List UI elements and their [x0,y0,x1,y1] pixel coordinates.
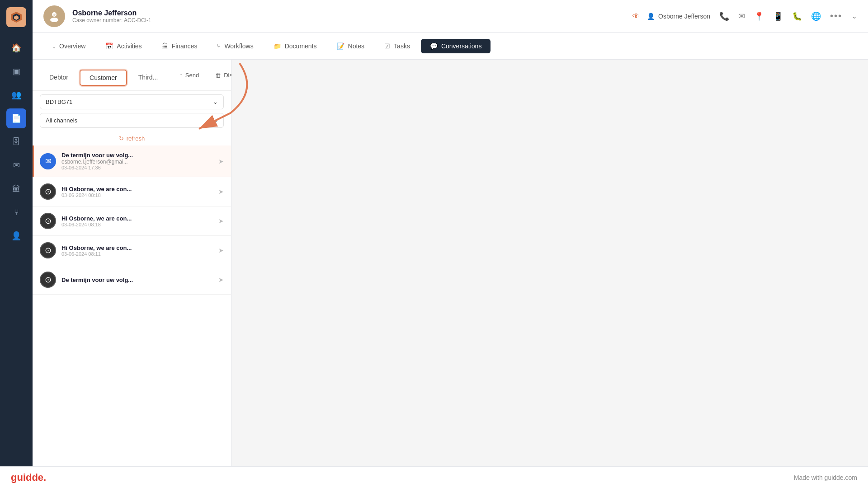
header-name: Osborne Jefferson [72,9,622,17]
eye-icon[interactable]: 👁 [632,12,640,20]
message-body: Hi Osborne, we are con... 03-06-2024 08:… [61,244,213,257]
header-actions: 👤 Osborne Jefferson 📞 ✉ 📍 📱 🐛 🌐 ••• ⌄ [647,11,857,21]
message-item[interactable]: ⊙ De termijn voor uw volg... ➤ [33,265,231,295]
message-list: ✉ De termijn voor uw volg... osborne.l.j… [33,145,231,466]
email-icon[interactable]: ✉ [738,11,745,21]
svg-point-4 [50,18,58,22]
tasks-icon: ☑ [384,42,390,50]
brand-logo: guidde. [11,472,46,483]
dropdowns: BDTBG71 ⌄ All channels ⌄ [33,91,231,131]
sidebar-item-inbox[interactable]: ▣ [6,61,26,81]
sidebar-item-mail[interactable]: ✉ [6,155,26,175]
bank-icon: 🏛 [162,42,168,50]
tab-finances[interactable]: 🏛 Finances [153,39,207,53]
tab-notes[interactable]: 📝 Notes [328,39,374,53]
send-arrow-icon: ➤ [218,217,224,225]
globe-icon[interactable]: 🌐 [811,11,821,21]
message-body: Hi Osborne, we are con... 03-06-2024 08:… [61,215,213,227]
sidebar-item-users[interactable]: 👥 [6,85,26,105]
header-user-name: Osborne Jefferson [658,13,710,20]
footer: guidde. Made with guidde.com [0,466,868,488]
header-action-icons: 📞 ✉ 📍 📱 🐛 🌐 ••• ⌄ [719,11,857,21]
filter-tab-third[interactable]: Third... [129,70,168,86]
send-arrow-icon: ➤ [218,158,224,165]
chevron-down-icon: ⌄ [213,117,218,124]
folder-icon: 📁 [274,42,281,50]
send-arrow-icon: ➤ [218,276,224,283]
send-arrow-icon: ➤ [218,188,224,195]
calendar-icon: 📅 [105,42,113,50]
filter-tab-debtor[interactable]: Debtor [40,70,78,86]
mobile-icon[interactable]: 📱 [773,11,783,21]
message-avatar: ✉ [40,153,56,169]
conversations-icon: 💬 [430,42,438,50]
dropdown-channels[interactable]: All channels ⌄ [40,113,224,128]
send-arrow-icon: ➤ [218,247,224,254]
avatar: ♂ [43,5,65,27]
refresh-button[interactable]: ↻ refresh [33,131,231,145]
message-avatar: ⊙ [40,183,56,200]
bug-icon[interactable]: 🐛 [792,11,802,21]
message-body: Hi Osborne, we are con... 03-06-2024 08:… [61,186,213,198]
more-icon[interactable]: ••• [830,11,842,21]
location-icon[interactable]: 📍 [754,11,764,21]
filter-tab-customer[interactable]: Customer [80,70,127,86]
message-body: De termijn voor uw volg... [61,277,213,283]
trash-icon: 🗑 [215,72,221,79]
footer-made-with: Made with guidde.com [794,474,857,481]
header-user: 👤 Osborne Jefferson [647,13,710,20]
svg-text:♂: ♂ [52,12,57,18]
filter-tabs: Debtor Customer Third... [40,70,167,86]
message-avatar: ⊙ [40,242,56,258]
message-item[interactable]: ✉ De termijn voor uw volg... osborne.l.j… [33,145,231,177]
header: ♂ Osborne Jefferson Case owner number: A… [33,0,868,33]
dropdown-inbox[interactable]: BDTBG71 ⌄ [40,94,224,109]
notes-icon: 📝 [337,42,344,50]
sidebar-item-documents[interactable]: 📄 [6,108,26,128]
tab-bar: ↓ Overview 📅 Activities 🏛 Finances ⑂ Wor… [33,33,868,60]
message-item[interactable]: ⊙ Hi Osborne, we are con... 03-06-2024 0… [33,236,231,265]
chevron-down-icon[interactable]: ⌄ [851,12,857,20]
main-content: ↓ Overview 📅 Activities 🏛 Finances ⑂ Wor… [33,33,868,466]
download-icon: ↓ [52,42,56,50]
sidebar-item-group[interactable]: 👤 [6,226,26,246]
sidebar-logo[interactable] [6,7,26,27]
message-item[interactable]: ⊙ Hi Osborne, we are con... 03-06-2024 0… [33,177,231,206]
sidebar-item-database[interactable]: 🗄 [6,132,26,152]
right-panel [231,60,868,466]
message-avatar: ⊙ [40,213,56,229]
user-icon: 👤 [647,13,655,20]
message-item[interactable]: ⊙ Hi Osborne, we are con... 03-06-2024 0… [33,206,231,236]
tab-tasks[interactable]: ☑ Tasks [375,39,419,53]
phone-icon[interactable]: 📞 [719,11,729,21]
tab-conversations[interactable]: 💬 Conversations [421,39,491,53]
tab-overview[interactable]: ↓ Overview [43,39,94,53]
tab-workflows[interactable]: ⑂ Workflows [208,39,262,53]
left-panel: Debtor Customer Third... ↑ Send [33,60,231,466]
message-avatar: ⊙ [40,272,56,288]
sidebar: 🏠 ▣ 👥 📄 🗄 ✉ 🏛 ⑂ 👤 ⚙ [0,0,33,488]
header-case: Case owner number: ACC-DCI-1 [72,17,622,23]
sidebar-item-home[interactable]: 🏠 [6,38,26,58]
content-area: Debtor Customer Third... ↑ Send [33,60,868,466]
refresh-icon: ↻ [119,135,124,142]
chevron-down-icon: ⌄ [213,99,218,105]
sidebar-item-branch[interactable]: ⑂ [6,202,26,222]
send-button[interactable]: ↑ Send [173,69,206,82]
tab-documents[interactable]: 📁 Documents [264,39,326,53]
message-body: De termijn voor uw volg... osborne.l.jef… [61,152,213,170]
sidebar-item-bank[interactable]: 🏛 [6,179,26,199]
send-icon: ↑ [179,72,183,79]
header-info: Osborne Jefferson Case owner number: ACC… [72,9,622,23]
tab-activities[interactable]: 📅 Activities [96,39,151,53]
workflow-icon: ⑂ [217,42,221,50]
